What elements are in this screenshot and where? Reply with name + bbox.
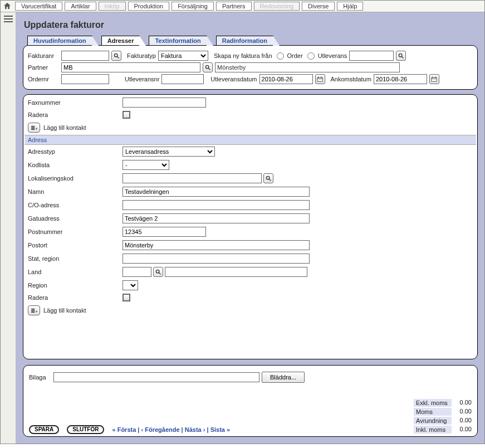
home-icon[interactable] (3, 2, 12, 11)
fakturanr-input[interactable] (61, 51, 109, 61)
page-title: Uppdatera fakturor (24, 20, 478, 30)
fakturatyp-select[interactable]: Faktura (158, 51, 208, 61)
svg-rect-16 (435, 76, 436, 77)
address-section-header: Adress (25, 135, 476, 145)
utleveransdatum-input[interactable] (259, 74, 313, 84)
co-input[interactable] (123, 200, 310, 210)
partner-code-input[interactable] (61, 62, 200, 72)
top-toolbar: VarucertifikatArtiklarInköpProduktionFör… (1, 1, 484, 12)
totals-label: Inkl. moms (414, 426, 452, 434)
svg-line-4 (117, 56, 119, 58)
ankomstdatum-input[interactable] (374, 74, 427, 84)
totals-value: 0.00 (454, 408, 472, 416)
postort-label: Postort (28, 242, 123, 249)
fakturanr-search-icon[interactable] (111, 51, 121, 61)
ankomstdatum-calendar-icon[interactable] (429, 74, 439, 84)
radera-contact-checkbox[interactable] (123, 111, 130, 119)
svg-line-18 (269, 179, 271, 181)
lokkod-search-icon[interactable] (263, 173, 273, 183)
add-address-contact-button[interactable]: ≣₊ (28, 305, 40, 315)
fakturatyp-label: Fakturatyp (127, 52, 156, 59)
totals-block: Exkl. moms0.00Moms0.00Avrundning0.00Inkl… (414, 398, 472, 434)
add-address-contact-label: Lägg till kontakt (43, 307, 86, 314)
slutfor-button[interactable]: SLUTFÖR (67, 425, 104, 434)
fax-label: Faxnummer (28, 99, 123, 106)
namn-input[interactable] (123, 187, 310, 197)
adresstyp-select[interactable]: Leveransadress (123, 147, 215, 157)
co-label: C/O-adress (28, 202, 123, 208)
totals-label: Exkl. moms (414, 399, 452, 407)
stat-input[interactable] (123, 254, 310, 264)
sub-tab-textinformation[interactable]: Textinformation (149, 36, 207, 45)
sub-tab-radinformation[interactable]: Radinformation (216, 36, 273, 45)
utleveransdatum-calendar-icon[interactable] (315, 74, 325, 84)
utleverans-search-icon[interactable] (396, 51, 406, 61)
postort-input[interactable] (123, 240, 310, 250)
land-search-icon[interactable] (153, 267, 163, 277)
svg-line-20 (159, 272, 160, 274)
content-area: Uppdatera fakturor HuvudinformationAdres… (16, 12, 484, 444)
top-tab-hjälp[interactable]: Hjälp (337, 2, 363, 11)
menu-icon[interactable] (4, 16, 13, 22)
gatu-input[interactable] (123, 213, 310, 223)
utleverans-input[interactable] (349, 51, 394, 61)
nav-prev[interactable]: ‹ Föregående (141, 426, 179, 433)
totals-label: Moms (414, 408, 452, 416)
side-rail (1, 12, 16, 444)
svg-rect-1 (4, 18, 13, 20)
svg-rect-2 (4, 21, 13, 22)
svg-rect-0 (4, 16, 13, 17)
totals-row: Inkl. moms0.00 (414, 425, 472, 434)
ordernr-label: Ordernr (28, 76, 59, 82)
fax-input[interactable] (123, 98, 206, 108)
sub-tab-huvudinformation[interactable]: Huvudinformation (27, 36, 92, 45)
skapa-label: Skapa ny faktura från (214, 52, 272, 59)
svg-rect-13 (432, 77, 437, 82)
svg-rect-12 (321, 76, 322, 77)
partner-search-icon[interactable] (203, 62, 213, 72)
fakturanr-label: Fakturanr (28, 52, 59, 59)
lokkod-input[interactable] (123, 173, 262, 183)
address-scroll[interactable]: Faxnummer Radera ≣₊ Lägg till kontakt Ad… (25, 96, 476, 358)
top-tabs: VarucertifikatArtiklarInköpProduktionFör… (15, 2, 363, 11)
kodlista-label: Kodlista (28, 162, 123, 168)
partner-name-display (215, 62, 400, 72)
top-tab-artiklar[interactable]: Artiklar (65, 2, 96, 11)
utleverans-radio[interactable] (307, 52, 315, 60)
kodlista-select[interactable]: - (123, 160, 169, 170)
top-tab-produktion[interactable]: Produktion (128, 2, 170, 11)
land-name-input[interactable] (165, 267, 307, 277)
top-tab-diverse[interactable]: Diverse (302, 2, 335, 11)
svg-point-17 (266, 176, 270, 179)
app-window: VarucertifikatArtiklarInköpProduktionFör… (0, 0, 485, 444)
footer-panel: Bilaga Bläddra... SPARA SLUTFÖR « Första… (23, 365, 478, 437)
totals-row: Moms0.00 (414, 407, 472, 416)
partner-label: Partner (28, 64, 59, 71)
sub-tab-adresser[interactable]: Adresser (101, 36, 140, 45)
order-radio[interactable] (277, 52, 284, 60)
top-tab-varucertifikat[interactable]: Varucertifikat (15, 2, 62, 11)
browse-button[interactable]: Bläddra... (262, 372, 305, 383)
nav-next[interactable]: Nästa › (185, 426, 205, 433)
postnr-label: Postnummer (28, 228, 123, 235)
radera-address-checkbox[interactable] (123, 294, 130, 301)
top-tab-försäljning[interactable]: Försäljning (172, 2, 214, 11)
svg-point-19 (156, 270, 159, 273)
nav-first[interactable]: « Första (112, 426, 136, 433)
bilaga-input[interactable] (53, 372, 259, 382)
utleveransnr-label: Utleveransnr (125, 76, 159, 82)
add-contact-label: Lägg till kontakt (43, 124, 86, 131)
add-contact-button[interactable]: ≣₊ (28, 123, 40, 133)
utleveransdatum-label: Utleveransdatum (210, 76, 257, 82)
land-code-input[interactable] (123, 267, 151, 277)
svg-line-8 (208, 68, 210, 70)
spara-button[interactable]: SPARA (29, 425, 59, 434)
nav-last[interactable]: Sista » (210, 426, 230, 433)
region-label: Region (28, 282, 123, 289)
region-select[interactable] (123, 280, 138, 290)
top-tab-inköp: Inköp (99, 2, 126, 11)
address-panel: Faxnummer Radera ≣₊ Lägg till kontakt Ad… (23, 94, 478, 359)
postnr-input[interactable] (123, 227, 206, 237)
top-tab-partners[interactable]: Partners (216, 2, 252, 11)
svg-rect-15 (432, 76, 433, 77)
